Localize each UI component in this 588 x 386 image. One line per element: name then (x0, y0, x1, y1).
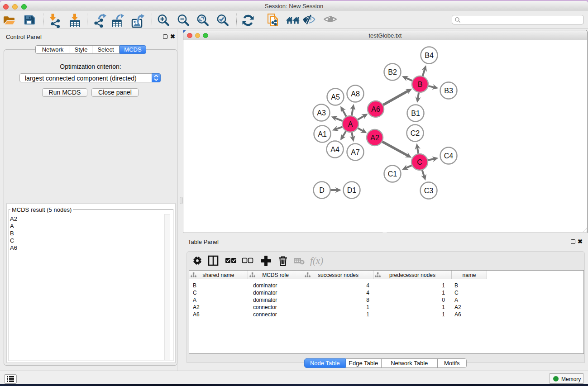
svg-text:A1: A1 (318, 130, 327, 138)
svg-text:A6: A6 (371, 105, 380, 113)
svg-text:B3: B3 (444, 87, 453, 95)
svg-text:B4: B4 (425, 52, 434, 59)
svg-text:A2: A2 (370, 134, 379, 142)
svg-text:A7: A7 (351, 148, 360, 156)
svg-text:D: D (319, 186, 325, 194)
svg-text:B: B (418, 81, 423, 88)
svg-text:A: A (348, 120, 353, 128)
svg-text:A8: A8 (351, 90, 360, 98)
svg-text:B1: B1 (411, 110, 420, 117)
svg-text:B2: B2 (388, 68, 397, 76)
svg-text:C3: C3 (424, 187, 434, 195)
svg-text:A4: A4 (330, 146, 339, 153)
svg-text:A3: A3 (317, 109, 326, 117)
svg-text:C2: C2 (411, 129, 420, 137)
svg-text:C1: C1 (388, 170, 397, 178)
svg-text:C4: C4 (444, 152, 454, 160)
svg-text:A5: A5 (331, 93, 340, 101)
svg-text:D1: D1 (347, 186, 357, 194)
svg-text:C: C (417, 158, 422, 166)
